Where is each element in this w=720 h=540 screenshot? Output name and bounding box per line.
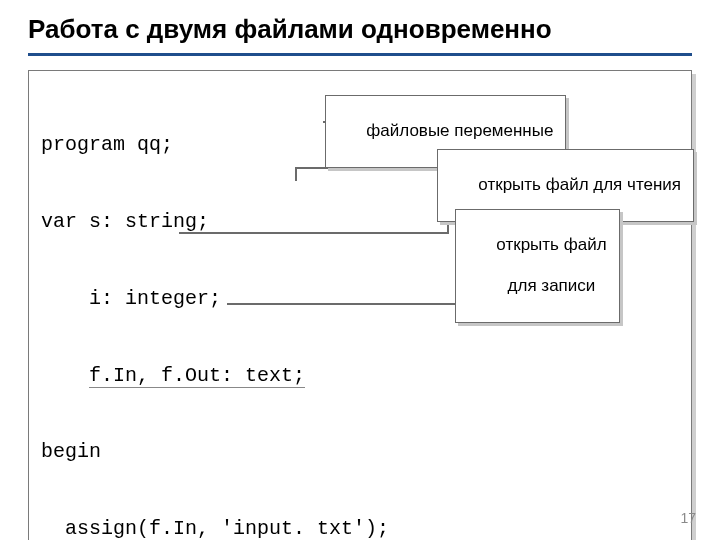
code-indent (41, 364, 89, 387)
callout-leader (295, 167, 297, 181)
callout-leader (179, 232, 449, 234)
code-line: begin (41, 439, 681, 465)
code-line: f.In, f.Out: text; (41, 363, 681, 389)
title-divider (28, 53, 692, 56)
code-line: assign(f.In, 'input. txt'); (41, 516, 681, 540)
callout-leader (227, 303, 457, 305)
callout-open-write: открыть файл для записи (455, 209, 620, 323)
code-box-main: program qq; var s: string; i: integer; f… (28, 70, 692, 540)
slide: Работа с двумя файлами одновременно prog… (0, 0, 720, 540)
page-number: 17 (680, 510, 696, 526)
callout-text-line: открыть файл (496, 235, 606, 254)
slide-title: Работа с двумя файлами одновременно (28, 14, 692, 51)
callout-text: открыть файл для чтения (478, 175, 681, 194)
callout-text-line: для записи (508, 276, 596, 295)
code-filevars-decl: f.In, f.Out: text; (89, 364, 305, 388)
callout-text: файловые переменные (366, 121, 553, 140)
